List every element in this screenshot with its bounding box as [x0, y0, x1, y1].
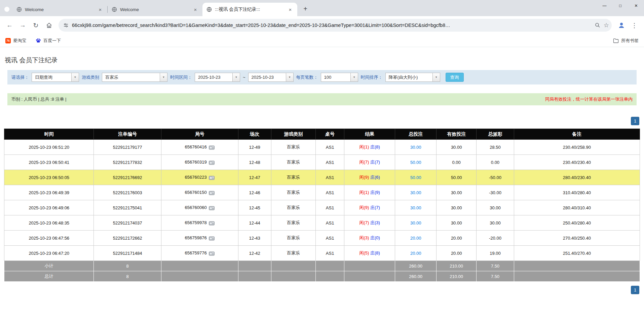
total-row: 总计 8 260.00 210.00 7.50 — [4, 271, 640, 282]
video-replay-icon[interactable] — [209, 221, 215, 226]
page-1-button[interactable]: 1 — [631, 286, 639, 294]
home-button[interactable] — [43, 19, 55, 32]
address-bar[interactable]: 66cxkj98.com/game/betrecord_search/kind3… — [59, 19, 612, 32]
cell-time: 2025-10-23 06:51:20 — [4, 140, 94, 155]
video-replay-icon[interactable] — [209, 236, 215, 241]
sort-select[interactable]: 降幂(由大到小) ▼ — [385, 73, 440, 82]
cell-bet-id: 522912179177 — [94, 140, 161, 155]
page-1-button[interactable]: 1 — [631, 117, 639, 125]
total-bet-link[interactable]: 30.00 — [410, 205, 421, 210]
tab-welcome-2[interactable]: Welcome × — [108, 3, 202, 16]
tab-betrecord[interactable]: :::视讯 会员下注纪录::: × — [202, 3, 297, 16]
col-game-type: 游戏类别 — [271, 129, 315, 140]
chevron-down-icon[interactable]: ▼ — [160, 73, 167, 82]
col-result: 结果 — [344, 129, 395, 140]
forward-button[interactable]: → — [16, 19, 29, 32]
cell-payout: 28.50 — [477, 140, 514, 155]
cell-result: 闲(3) 庄(0) — [344, 231, 395, 246]
sort-value[interactable]: 降幂(由大到小) — [385, 73, 432, 82]
cell-result: 闲(9) 庄(6) — [344, 170, 395, 185]
search-button[interactable]: 查询 — [446, 73, 464, 82]
cell-result: 闲(7) 庄(7) — [344, 155, 395, 170]
round-number: 656760060 — [185, 205, 207, 210]
result-banker: 庄(3) — [370, 220, 380, 225]
query-type-select[interactable]: 日期查询 ▼ — [32, 73, 79, 82]
tab-welcome-1[interactable]: Welcome × — [12, 3, 107, 16]
total-bet-link[interactable]: 30.00 — [410, 145, 421, 150]
tab-close-icon[interactable]: × — [97, 6, 103, 12]
col-remark: 备注 — [514, 129, 640, 140]
cell-bet-id: 522912176003 — [94, 185, 161, 200]
result-banker: 庄(6) — [370, 175, 380, 180]
cell-round-id: 656760223 — [161, 170, 238, 185]
menu-kebab-icon[interactable]: ⋮ — [628, 19, 641, 32]
round-number: 656759978 — [185, 220, 207, 225]
url-text[interactable]: 66cxkj98.com/game/betrecord_search/kind3… — [72, 23, 592, 28]
page-size-value[interactable]: 100 — [321, 73, 350, 82]
cell-result: 闲(9) 庄(7) — [344, 200, 395, 215]
total-bet-link[interactable]: 50.00 — [410, 160, 421, 165]
new-tab-button[interactable]: + — [301, 4, 310, 13]
result-player: 闲(5) — [359, 250, 369, 255]
bookmark-taobao[interactable]: 淘 爱淘宝 — [5, 38, 26, 44]
date-start-select[interactable]: 2025-10-23 ▼ — [195, 73, 240, 82]
cell-payout: 19.00 — [477, 246, 514, 261]
cell-total-bet: 30.00 — [395, 185, 437, 200]
zoom-icon[interactable] — [595, 23, 600, 28]
chevron-down-icon[interactable]: ▼ — [232, 73, 240, 82]
cell-round-id: 656760060 — [161, 200, 238, 215]
page-size-select[interactable]: 100 ▼ — [321, 73, 358, 82]
total-bet-link[interactable]: 50.00 — [410, 175, 421, 180]
bookmark-label: 爱淘宝 — [13, 38, 26, 44]
date-end-select[interactable]: 2025-10-23 ▼ — [248, 73, 294, 82]
chevron-down-icon[interactable]: ▼ — [432, 73, 440, 82]
pagination-bottom: 1 — [5, 286, 639, 294]
total-bet-link[interactable]: 20.00 — [410, 236, 421, 241]
subtotal-count: 8 — [94, 261, 161, 271]
total-bet-link[interactable]: 30.00 — [410, 220, 421, 226]
site-settings-icon[interactable] — [63, 23, 69, 28]
maximize-button[interactable]: □ — [612, 0, 628, 11]
date-end-value[interactable]: 2025-10-23 — [248, 73, 286, 82]
cell-round-id: 656759876 — [161, 231, 238, 246]
all-bookmarks[interactable]: 所有书签 — [613, 38, 639, 44]
reload-button[interactable]: ↻ — [30, 19, 42, 32]
game-type-label: 游戏类别 — [82, 74, 99, 80]
profile-avatar[interactable] — [615, 19, 628, 32]
query-type-value[interactable]: 日期查询 — [32, 73, 71, 82]
game-type-value[interactable]: 百家乐 — [102, 73, 160, 82]
tab-close-icon[interactable]: × — [287, 6, 293, 12]
cell-session: 12-49 — [238, 140, 271, 155]
cell-session: 12-46 — [238, 185, 271, 200]
cell-round-id: 656760150 — [161, 185, 238, 200]
back-button[interactable]: ← — [3, 19, 16, 32]
close-window-button[interactable]: ✕ — [628, 0, 644, 11]
chevron-down-icon[interactable]: ▼ — [286, 73, 294, 82]
folder-icon — [613, 38, 619, 43]
chevron-down-icon[interactable]: ▼ — [71, 73, 79, 82]
video-replay-icon[interactable] — [209, 191, 215, 195]
cell-table-no: AS1 — [316, 200, 344, 215]
result-player: 闲(7) — [359, 160, 369, 165]
video-replay-icon[interactable] — [209, 161, 215, 165]
page-title: 视讯 会员下注纪录 — [5, 56, 644, 65]
video-replay-icon[interactable] — [209, 251, 215, 256]
cell-time: 2025-10-23 06:49:39 — [4, 185, 94, 200]
browser-toolbar: ← → ↻ 66cxkj98.com/game/betrecord_search… — [0, 16, 644, 34]
game-type-select[interactable]: 百家乐 ▼ — [102, 73, 167, 82]
video-replay-icon[interactable] — [209, 145, 215, 150]
video-replay-icon[interactable] — [209, 176, 215, 180]
total-bet-link[interactable]: 20.00 — [410, 251, 421, 256]
bookmark-star-icon[interactable]: ☆ — [604, 22, 609, 29]
video-replay-icon[interactable] — [209, 206, 215, 210]
chevron-down-icon[interactable]: ▼ — [350, 73, 358, 82]
minimize-button[interactable]: — — [597, 0, 612, 11]
tab-close-icon[interactable]: × — [192, 6, 198, 12]
result-banker: 庄(8) — [370, 144, 380, 149]
total-bet-link[interactable]: 30.00 — [410, 190, 421, 195]
bookmark-baidu[interactable]: 百度一下 — [36, 38, 61, 44]
date-start-value[interactable]: 2025-10-23 — [195, 73, 232, 82]
cell-table-no: AS1 — [316, 246, 344, 261]
tab-title: :::视讯 会员下注纪录::: — [215, 6, 284, 12]
cell-total-bet: 50.00 — [395, 155, 437, 170]
